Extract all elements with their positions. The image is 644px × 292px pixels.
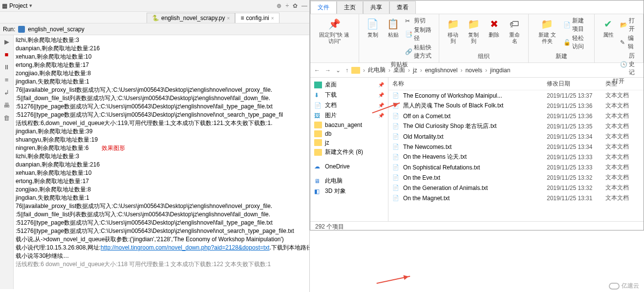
cut-button[interactable]: ✂剪切: [405, 16, 434, 25]
tree-folder[interactable]: 新建文件夹 (8): [310, 147, 388, 157]
easyaccess-button[interactable]: 🔓轻松访问: [563, 34, 589, 51]
history-button[interactable]: 🕓历史记: [620, 51, 638, 77]
copyto-button[interactable]: 📁复制到: [465, 16, 482, 45]
watermark: 亿速云: [609, 282, 639, 290]
edit-button[interactable]: ✎编辑: [620, 34, 638, 51]
crumb[interactable]: novels: [465, 67, 482, 74]
nav-tree[interactable]: 桌面📌 ⬇下载📌 📄文档📌 🖼图片📌 baozun_agent db jz 新建…: [310, 78, 388, 221]
copy-button[interactable]: 📄复制: [364, 16, 382, 61]
rename-button[interactable]: 🏷重命名: [506, 16, 523, 45]
tab-file[interactable]: 文件: [310, 1, 337, 14]
project-label: Project: [9, 2, 27, 9]
crumb[interactable]: jz: [413, 67, 417, 74]
pin-button[interactable]: 📌固定到"快 速访问": [315, 16, 354, 45]
tab-share[interactable]: 共享: [363, 1, 389, 14]
newfolder-button[interactable]: 📁新建 文件夹: [534, 16, 560, 51]
console-line: jingdian,失败爬取地址数量:1: [16, 78, 307, 86]
newitem-button[interactable]: 📄新建项目: [563, 16, 589, 34]
annotation-arrow: [377, 276, 410, 284]
file-row[interactable]: 📄On the Generation of Animals.txt2019/11…: [388, 183, 644, 193]
moveto-button[interactable]: 📁移动到: [444, 16, 462, 45]
console-output[interactable]: lizhi,剩余爬取地址数量:3 duanpian,剩余爬取地址数量:216 x…: [14, 35, 309, 292]
open-icon: 📂: [620, 21, 627, 28]
path-icon: 📑: [405, 31, 412, 38]
file-row[interactable]: 📄On the Magnet.txt2019/11/25 13:31文本文档: [388, 193, 644, 203]
file-type: 文本文档: [605, 112, 640, 120]
file-date: 2019/11/25 13:34: [547, 133, 605, 140]
close-icon[interactable]: ×: [227, 16, 230, 21]
tree-desktop[interactable]: 桌面📌: [310, 80, 388, 90]
file-row[interactable]: 📄黑人的灵魂 The Souls of Black Folk.txt2019/1…: [388, 101, 644, 111]
crumb[interactable]: 桌面: [393, 66, 405, 74]
file-row[interactable]: 📄The Old Curiosity Shop 老古玩店.txt2019/11/…: [388, 121, 644, 131]
tab-config[interactable]: ≡config.ini×: [235, 13, 279, 23]
tree-thispc[interactable]: 🖥此电脑: [310, 176, 388, 186]
txt-icon: 📄: [392, 164, 400, 170]
pause-icon[interactable]: ⏸: [3, 63, 10, 70]
collapse-icon[interactable]: ÷: [285, 2, 289, 9]
tab-view[interactable]: 查看: [389, 1, 416, 14]
tree-folder[interactable]: jz: [310, 138, 388, 147]
rename-icon: 🏷: [508, 17, 521, 31]
trash-icon[interactable]: 🗑: [3, 114, 10, 121]
txt-icon: 📄: [392, 123, 400, 129]
status-bar: 292 个项目: [310, 221, 644, 232]
file-row[interactable]: 📄On Sophistical Refutations.txt2019/11/2…: [388, 162, 644, 172]
tree-downloads[interactable]: ⬇下载📌: [310, 90, 388, 100]
file-name: Off on a Comet.txt: [403, 113, 547, 120]
crumb[interactable]: englishnovel: [425, 67, 458, 74]
up-icon[interactable]: ↑: [345, 67, 348, 74]
target-icon[interactable]: ⊕: [277, 2, 281, 9]
rerun-icon[interactable]: ▶: [3, 38, 10, 45]
chevron-down-icon[interactable]: ⌄: [336, 67, 341, 74]
file-list: 名称 修改日期 类型 📄The Economy of Workshop Main…: [388, 78, 644, 221]
annotation-text: 效果图形: [102, 145, 125, 151]
tree-documents[interactable]: 📄文档📌: [310, 100, 388, 110]
tab-scrapy[interactable]: 🐍english_novel_scrapy.py×: [147, 13, 235, 23]
minimize-icon[interactable]: —: [301, 2, 307, 9]
gear-icon[interactable]: ✿: [293, 2, 298, 9]
open-button[interactable]: 📂打开: [620, 16, 638, 34]
download-link[interactable]: http://novel.tingroom.com/novel_down.php…: [101, 244, 270, 251]
close-icon[interactable]: ×: [271, 16, 274, 21]
col-name[interactable]: 名称: [392, 80, 547, 88]
paste-shortcut-button[interactable]: 🔗粘贴快捷方式: [405, 43, 434, 61]
tree-3d[interactable]: ◧3D 对象: [310, 186, 388, 196]
crumb[interactable]: jingdian: [490, 67, 510, 74]
folder-icon: 📁: [540, 17, 554, 31]
console-line: :51276||type_page数据成功写入:C:\Users\jm00564…: [16, 111, 307, 119]
group-label: 新建: [556, 52, 567, 61]
txt-icon: 📄: [392, 113, 400, 119]
delete-button[interactable]: ✖删除: [485, 16, 503, 45]
tree-onedrive[interactable]: ☁OneDrive: [310, 162, 388, 171]
print-icon[interactable]: 🖶: [3, 102, 10, 108]
tab-home[interactable]: 主页: [337, 1, 363, 14]
tree-folder[interactable]: db: [310, 129, 388, 138]
run-config[interactable]: english_novel_scrapy: [28, 26, 84, 33]
file-row[interactable]: 📄The Economy of Workshop Mainipul...2019…: [388, 90, 644, 101]
col-date[interactable]: 修改日期: [547, 80, 605, 88]
copy-icon: 📄: [366, 17, 380, 31]
file-date: 2019/11/25 13:33: [547, 154, 605, 161]
forward-icon[interactable]: →: [325, 67, 331, 74]
file-row[interactable]: 📄Old Mortality.txt2019/11/25 13:34文本文档: [388, 131, 644, 142]
copypath-button[interactable]: 📑复制路径: [405, 25, 434, 43]
tree-folder[interactable]: baozun_agent: [310, 121, 388, 129]
paste-button[interactable]: 📋粘贴: [385, 16, 402, 61]
stop-icon[interactable]: ■: [3, 51, 10, 58]
file-row[interactable]: 📄The Newcomes.txt2019/11/25 13:34文本文档: [388, 142, 644, 152]
properties-button[interactable]: ✔属性: [600, 16, 617, 77]
file-name: The Old Curiosity Shop 老古玩店.txt: [403, 122, 547, 130]
file-row[interactable]: 📄Off on a Comet.txt2019/11/25 13:36文本文档: [388, 111, 644, 121]
copyto-icon: 📁: [467, 17, 480, 31]
file-type: 文本文档: [605, 91, 640, 100]
project-dropdown[interactable]: ▦ Project ▾: [2, 2, 277, 9]
delete-icon: ✖: [487, 17, 501, 31]
back-icon[interactable]: ←: [314, 67, 320, 74]
crumb[interactable]: 此电脑: [368, 66, 386, 74]
step-icon[interactable]: ≡: [3, 76, 10, 83]
wrap-icon[interactable]: ↲: [3, 89, 10, 96]
file-row[interactable]: 📄On the Heavens 论天.txt2019/11/25 13:33文本…: [388, 152, 644, 162]
col-type[interactable]: 类型: [605, 80, 640, 88]
file-row[interactable]: 📄On the Eve.txt2019/11/25 13:32文本文档: [388, 172, 644, 183]
